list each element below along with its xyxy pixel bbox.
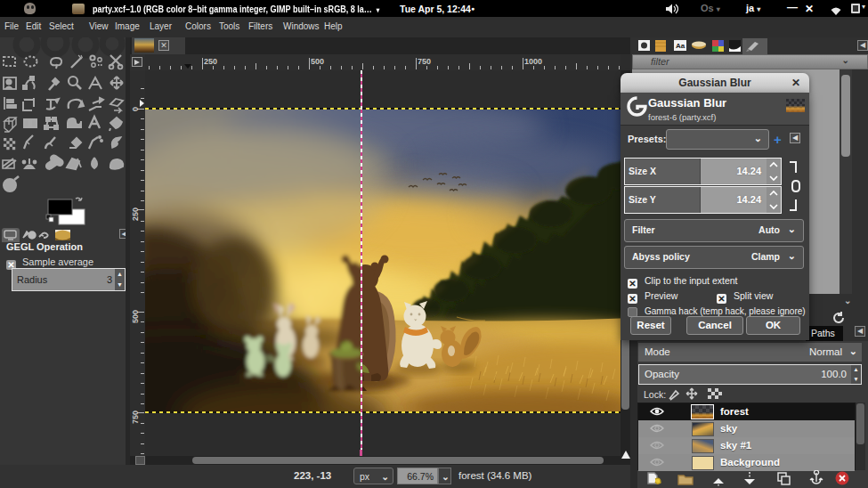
svg-text:0: 0	[131, 107, 140, 111]
svg-text:500: 500	[311, 57, 324, 66]
svg-text:250: 250	[204, 57, 217, 66]
svg-text:750: 750	[418, 57, 431, 66]
svg-text:500: 500	[131, 310, 140, 323]
svg-text:1000: 1000	[524, 57, 542, 66]
svg-text:Aa: Aa	[676, 42, 685, 50]
svg-text:250: 250	[131, 207, 140, 221]
svg-text:750: 750	[131, 411, 140, 424]
